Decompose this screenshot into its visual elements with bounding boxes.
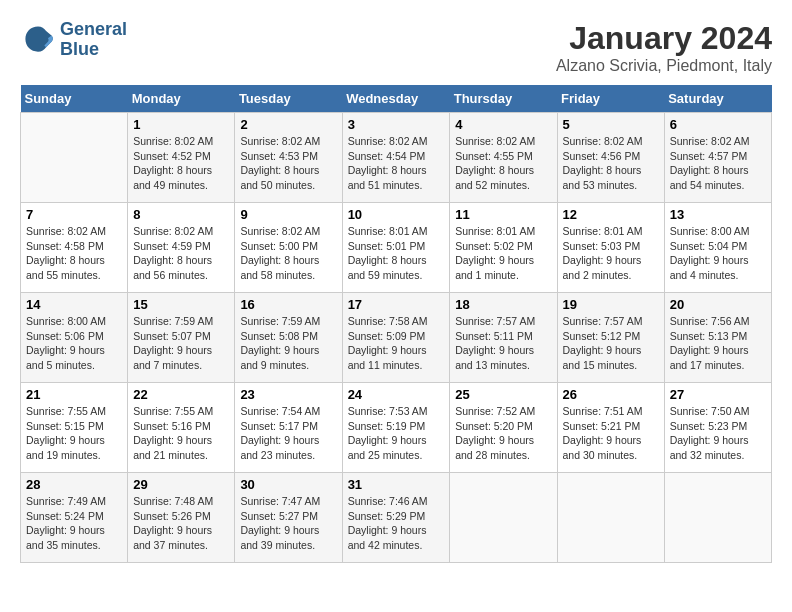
day-info: Sunrise: 7:55 AMSunset: 5:15 PMDaylight:… — [26, 404, 122, 463]
day-number: 31 — [348, 477, 445, 492]
calendar-cell — [557, 473, 664, 563]
weekday-header-sunday: Sunday — [21, 85, 128, 113]
day-number: 9 — [240, 207, 336, 222]
day-number: 26 — [563, 387, 659, 402]
calendar-cell: 19Sunrise: 7:57 AMSunset: 5:12 PMDayligh… — [557, 293, 664, 383]
day-info: Sunrise: 8:02 AMSunset: 5:00 PMDaylight:… — [240, 224, 336, 283]
day-number: 8 — [133, 207, 229, 222]
day-number: 22 — [133, 387, 229, 402]
day-info: Sunrise: 8:02 AMSunset: 4:57 PMDaylight:… — [670, 134, 766, 193]
day-info: Sunrise: 8:02 AMSunset: 4:58 PMDaylight:… — [26, 224, 122, 283]
calendar-cell: 29Sunrise: 7:48 AMSunset: 5:26 PMDayligh… — [128, 473, 235, 563]
calendar-cell: 24Sunrise: 7:53 AMSunset: 5:19 PMDayligh… — [342, 383, 450, 473]
day-number: 7 — [26, 207, 122, 222]
weekday-header-thursday: Thursday — [450, 85, 557, 113]
day-info: Sunrise: 7:55 AMSunset: 5:16 PMDaylight:… — [133, 404, 229, 463]
calendar-table: SundayMondayTuesdayWednesdayThursdayFrid… — [20, 85, 772, 563]
day-number: 18 — [455, 297, 551, 312]
day-info: Sunrise: 7:57 AMSunset: 5:12 PMDaylight:… — [563, 314, 659, 373]
day-info: Sunrise: 7:48 AMSunset: 5:26 PMDaylight:… — [133, 494, 229, 553]
location: Alzano Scrivia, Piedmont, Italy — [556, 57, 772, 75]
day-number: 25 — [455, 387, 551, 402]
day-info: Sunrise: 7:52 AMSunset: 5:20 PMDaylight:… — [455, 404, 551, 463]
calendar-cell: 5Sunrise: 8:02 AMSunset: 4:56 PMDaylight… — [557, 113, 664, 203]
calendar-cell: 20Sunrise: 7:56 AMSunset: 5:13 PMDayligh… — [664, 293, 771, 383]
calendar-cell: 17Sunrise: 7:58 AMSunset: 5:09 PMDayligh… — [342, 293, 450, 383]
weekday-header-monday: Monday — [128, 85, 235, 113]
logo-text: General Blue — [60, 20, 127, 60]
calendar-cell — [450, 473, 557, 563]
day-number: 28 — [26, 477, 122, 492]
day-number: 6 — [670, 117, 766, 132]
day-info: Sunrise: 7:58 AMSunset: 5:09 PMDaylight:… — [348, 314, 445, 373]
calendar-cell: 31Sunrise: 7:46 AMSunset: 5:29 PMDayligh… — [342, 473, 450, 563]
day-info: Sunrise: 7:50 AMSunset: 5:23 PMDaylight:… — [670, 404, 766, 463]
day-info: Sunrise: 8:01 AMSunset: 5:03 PMDaylight:… — [563, 224, 659, 283]
calendar-cell: 23Sunrise: 7:54 AMSunset: 5:17 PMDayligh… — [235, 383, 342, 473]
day-number: 27 — [670, 387, 766, 402]
day-info: Sunrise: 7:49 AMSunset: 5:24 PMDaylight:… — [26, 494, 122, 553]
day-info: Sunrise: 8:02 AMSunset: 4:59 PMDaylight:… — [133, 224, 229, 283]
day-info: Sunrise: 7:54 AMSunset: 5:17 PMDaylight:… — [240, 404, 336, 463]
calendar-cell: 6Sunrise: 8:02 AMSunset: 4:57 PMDaylight… — [664, 113, 771, 203]
calendar-cell: 7Sunrise: 8:02 AMSunset: 4:58 PMDaylight… — [21, 203, 128, 293]
day-number: 19 — [563, 297, 659, 312]
day-info: Sunrise: 7:59 AMSunset: 5:07 PMDaylight:… — [133, 314, 229, 373]
day-number: 23 — [240, 387, 336, 402]
calendar-week-2: 7Sunrise: 8:02 AMSunset: 4:58 PMDaylight… — [21, 203, 772, 293]
day-info: Sunrise: 8:02 AMSunset: 4:53 PMDaylight:… — [240, 134, 336, 193]
day-number: 5 — [563, 117, 659, 132]
day-number: 1 — [133, 117, 229, 132]
calendar-cell — [664, 473, 771, 563]
day-info: Sunrise: 8:01 AMSunset: 5:02 PMDaylight:… — [455, 224, 551, 283]
calendar-week-5: 28Sunrise: 7:49 AMSunset: 5:24 PMDayligh… — [21, 473, 772, 563]
calendar-cell: 14Sunrise: 8:00 AMSunset: 5:06 PMDayligh… — [21, 293, 128, 383]
day-info: Sunrise: 8:00 AMSunset: 5:06 PMDaylight:… — [26, 314, 122, 373]
calendar-cell: 27Sunrise: 7:50 AMSunset: 5:23 PMDayligh… — [664, 383, 771, 473]
day-info: Sunrise: 8:01 AMSunset: 5:01 PMDaylight:… — [348, 224, 445, 283]
day-info: Sunrise: 7:51 AMSunset: 5:21 PMDaylight:… — [563, 404, 659, 463]
calendar-cell: 2Sunrise: 8:02 AMSunset: 4:53 PMDaylight… — [235, 113, 342, 203]
calendar-cell: 16Sunrise: 7:59 AMSunset: 5:08 PMDayligh… — [235, 293, 342, 383]
day-number: 11 — [455, 207, 551, 222]
day-info: Sunrise: 8:00 AMSunset: 5:04 PMDaylight:… — [670, 224, 766, 283]
calendar-week-4: 21Sunrise: 7:55 AMSunset: 5:15 PMDayligh… — [21, 383, 772, 473]
day-number: 3 — [348, 117, 445, 132]
logo-icon — [20, 22, 56, 58]
calendar-cell: 26Sunrise: 7:51 AMSunset: 5:21 PMDayligh… — [557, 383, 664, 473]
weekday-header-wednesday: Wednesday — [342, 85, 450, 113]
day-info: Sunrise: 7:53 AMSunset: 5:19 PMDaylight:… — [348, 404, 445, 463]
calendar-cell: 18Sunrise: 7:57 AMSunset: 5:11 PMDayligh… — [450, 293, 557, 383]
calendar-week-1: 1Sunrise: 8:02 AMSunset: 4:52 PMDaylight… — [21, 113, 772, 203]
day-number: 4 — [455, 117, 551, 132]
logo: General Blue — [20, 20, 127, 60]
day-info: Sunrise: 8:02 AMSunset: 4:54 PMDaylight:… — [348, 134, 445, 193]
day-info: Sunrise: 7:59 AMSunset: 5:08 PMDaylight:… — [240, 314, 336, 373]
calendar-cell: 15Sunrise: 7:59 AMSunset: 5:07 PMDayligh… — [128, 293, 235, 383]
day-number: 13 — [670, 207, 766, 222]
calendar-cell: 12Sunrise: 8:01 AMSunset: 5:03 PMDayligh… — [557, 203, 664, 293]
day-info: Sunrise: 7:57 AMSunset: 5:11 PMDaylight:… — [455, 314, 551, 373]
day-number: 12 — [563, 207, 659, 222]
calendar-cell: 9Sunrise: 8:02 AMSunset: 5:00 PMDaylight… — [235, 203, 342, 293]
day-number: 10 — [348, 207, 445, 222]
calendar-cell: 21Sunrise: 7:55 AMSunset: 5:15 PMDayligh… — [21, 383, 128, 473]
calendar-cell: 30Sunrise: 7:47 AMSunset: 5:27 PMDayligh… — [235, 473, 342, 563]
day-info: Sunrise: 8:02 AMSunset: 4:55 PMDaylight:… — [455, 134, 551, 193]
day-number: 2 — [240, 117, 336, 132]
day-number: 29 — [133, 477, 229, 492]
title-block: January 2024 Alzano Scrivia, Piedmont, I… — [556, 20, 772, 75]
weekday-header-saturday: Saturday — [664, 85, 771, 113]
calendar-cell — [21, 113, 128, 203]
calendar-cell: 22Sunrise: 7:55 AMSunset: 5:16 PMDayligh… — [128, 383, 235, 473]
page-header: General Blue January 2024 Alzano Scrivia… — [20, 20, 772, 75]
day-info: Sunrise: 7:47 AMSunset: 5:27 PMDaylight:… — [240, 494, 336, 553]
day-number: 21 — [26, 387, 122, 402]
calendar-cell: 11Sunrise: 8:01 AMSunset: 5:02 PMDayligh… — [450, 203, 557, 293]
day-number: 17 — [348, 297, 445, 312]
weekday-header-friday: Friday — [557, 85, 664, 113]
day-number: 16 — [240, 297, 336, 312]
calendar-cell: 1Sunrise: 8:02 AMSunset: 4:52 PMDaylight… — [128, 113, 235, 203]
calendar-week-3: 14Sunrise: 8:00 AMSunset: 5:06 PMDayligh… — [21, 293, 772, 383]
day-info: Sunrise: 7:46 AMSunset: 5:29 PMDaylight:… — [348, 494, 445, 553]
